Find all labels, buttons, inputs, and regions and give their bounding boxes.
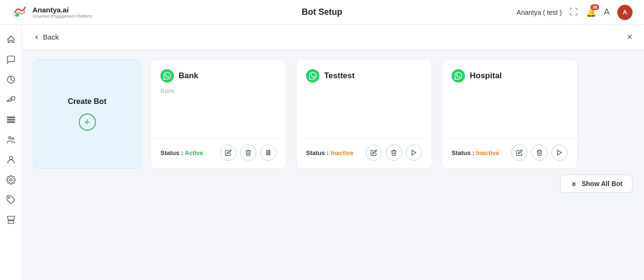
status-text: Status : Active <box>160 149 203 156</box>
edit-icon <box>370 149 377 156</box>
settings-icon <box>6 175 16 185</box>
back-button[interactable]: Back <box>33 33 59 41</box>
bot-name: Bank <box>179 71 199 81</box>
pause-icon <box>265 149 272 156</box>
svg-point-10 <box>8 197 10 199</box>
delete-button-bank[interactable] <box>240 145 256 161</box>
close-icon: × <box>627 31 633 42</box>
trash-icon <box>245 149 252 156</box>
create-bot-card[interactable]: Create Bot + <box>33 59 141 169</box>
svg-rect-3 <box>7 117 14 118</box>
whatsapp-svg <box>454 72 462 80</box>
bot-actions <box>511 145 568 161</box>
bot-name-row: Hospital <box>452 69 568 83</box>
bot-actions <box>366 145 422 161</box>
bot-card-top: Hospital <box>442 60 577 138</box>
cards-outer: Create Bot + <box>33 59 633 193</box>
bot-card-bottom: Status : Inactive <box>442 138 577 168</box>
chevrons-down-icon <box>570 180 578 187</box>
show-all-bot-button[interactable]: Show All Bot <box>560 175 633 193</box>
header-right: Anantya ( test ) ⛶ 🔔 36 A A <box>517 5 633 20</box>
edit-icon <box>516 149 523 156</box>
status-text: Status : Inactive <box>306 149 354 156</box>
bot-name-row: Testtest <box>306 69 422 83</box>
bot-actions <box>220 145 276 161</box>
cards-area: Create Bot + <box>22 50 644 280</box>
whatsapp-svg <box>309 72 317 80</box>
team-icon <box>6 135 16 145</box>
fullscreen-button[interactable]: ⛶ <box>570 7 578 17</box>
play-button-hospital[interactable] <box>551 145 568 161</box>
sidebar-item-broadcast[interactable] <box>2 91 20 109</box>
logo-title: Anantya.ai <box>32 6 93 14</box>
svg-point-8 <box>9 156 12 160</box>
svg-point-9 <box>10 179 12 181</box>
sidebar-item-analytics[interactable] <box>2 71 20 89</box>
bot-card-bank: Bank Bank Status : Active <box>150 59 286 169</box>
home-icon <box>6 35 16 44</box>
svg-point-1 <box>16 13 19 16</box>
bot-desc: Bank <box>160 87 276 94</box>
delete-button-testtest[interactable] <box>386 145 402 161</box>
trash-icon <box>391 149 397 156</box>
tags-icon <box>6 195 16 205</box>
create-bot-plus-icon: + <box>79 114 96 131</box>
bot-card-top: Testtest <box>296 60 432 138</box>
edit-button-hospital[interactable] <box>511 145 528 161</box>
analytics-icon <box>6 75 16 84</box>
avatar[interactable]: A <box>617 5 633 20</box>
logo-text: Anantya.ai Smartest Engagement Platform <box>32 6 93 19</box>
status-value: Inactive <box>330 149 353 156</box>
bot-name: Hospital <box>470 71 502 81</box>
svg-rect-5 <box>7 122 14 123</box>
whatsapp-icon <box>306 69 319 83</box>
fullscreen-icon: ⛶ <box>570 7 578 17</box>
play-icon <box>556 149 563 156</box>
play-button-testtest[interactable] <box>406 145 422 161</box>
whatsapp-icon <box>160 69 174 83</box>
sidebar-item-store[interactable] <box>2 211 20 229</box>
back-bar: Back × <box>22 25 644 50</box>
notification-button[interactable]: 🔔 36 <box>586 7 596 18</box>
sidebar-item-chat[interactable] <box>2 51 20 69</box>
translate-button[interactable]: A <box>604 7 610 17</box>
svg-marker-15 <box>558 150 561 156</box>
trash-icon <box>536 149 543 156</box>
svg-rect-11 <box>8 221 14 224</box>
header: Anantya.ai Smartest Engagement Platform … <box>0 0 644 25</box>
edit-button-testtest[interactable] <box>366 145 382 161</box>
broadcast-icon <box>6 95 16 104</box>
cards-row: Create Bot + <box>33 59 633 169</box>
whatsapp-svg <box>163 72 171 80</box>
sidebar-item-tags[interactable] <box>2 191 20 209</box>
bot-name: Testtest <box>324 71 355 81</box>
bot-card-hospital: Hospital Status : Inactive <box>442 59 578 169</box>
play-icon <box>411 149 417 156</box>
svg-marker-14 <box>412 150 416 156</box>
status-value: Inactive <box>476 149 499 156</box>
sidebar-item-team[interactable] <box>2 131 20 149</box>
edit-icon <box>225 149 232 156</box>
svg-point-7 <box>12 138 13 139</box>
logo-subtitle: Smartest Engagement Platform <box>32 14 93 19</box>
chat-icon <box>6 55 16 64</box>
pause-button-bank[interactable] <box>260 145 276 161</box>
bot-card-bottom: Status : Inactive <box>296 138 432 168</box>
sidebar-item-home[interactable] <box>2 31 20 49</box>
close-button[interactable]: × <box>627 31 633 42</box>
sidebar-item-profile[interactable] <box>2 151 20 169</box>
show-all-area: Show All Bot <box>33 175 633 193</box>
sidebar-item-list[interactable] <box>2 111 20 129</box>
sidebar-item-settings[interactable] <box>2 171 20 189</box>
delete-button-hospital[interactable] <box>531 145 548 161</box>
bot-card-testtest: Testtest Status : Inactive <box>296 59 432 169</box>
status-value: Active <box>185 149 203 156</box>
status-text: Status : Inactive <box>452 149 499 156</box>
edit-button-bank[interactable] <box>220 145 236 161</box>
svg-rect-13 <box>269 150 270 155</box>
svg-rect-4 <box>7 119 14 120</box>
profile-icon <box>6 155 16 165</box>
main-content: Back × Create Bot + <box>22 25 644 280</box>
header-user: Anantya ( test ) <box>517 9 562 16</box>
show-all-bot-label: Show All Bot <box>581 180 623 187</box>
